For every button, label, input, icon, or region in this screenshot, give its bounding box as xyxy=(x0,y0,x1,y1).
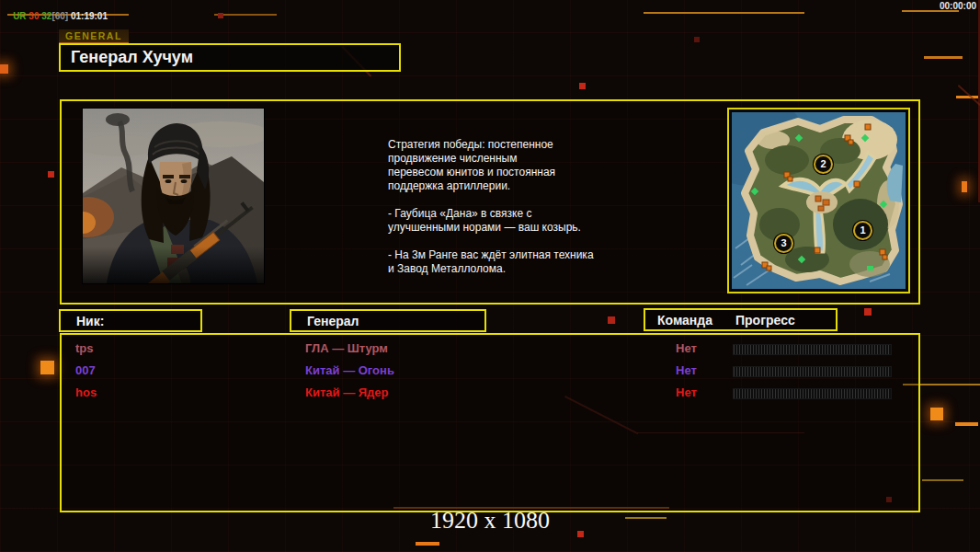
player-team: Нет xyxy=(676,360,697,382)
bg-square xyxy=(0,64,8,74)
progress-bar xyxy=(733,366,892,377)
column-header-general: Генерал xyxy=(290,309,486,332)
perf-segment: [60] xyxy=(51,11,71,21)
player-team: Нет xyxy=(676,382,697,404)
player-name: hos xyxy=(75,382,97,404)
page-title: Генерал Хучум xyxy=(61,48,193,67)
player-general: Китай — Ядер xyxy=(305,382,389,404)
map-art xyxy=(732,112,906,289)
player-list-panel: tps ГЛА — Штурм Нет 007 Китай — Огонь Не… xyxy=(60,333,920,512)
column-header-nick: Ник: xyxy=(59,309,202,332)
general-portrait xyxy=(83,109,264,283)
bg-line xyxy=(924,56,963,59)
team-header-label: Команда xyxy=(645,313,712,328)
bg-square xyxy=(579,83,586,89)
bg-line xyxy=(955,422,978,426)
progress-header-label: Прогресс xyxy=(712,313,795,328)
general-title-box: Генерал Хучум xyxy=(59,43,401,72)
perf-segment: UR xyxy=(13,11,28,21)
bg-square xyxy=(608,316,615,324)
player-row: hos Китай — Ядер Нет xyxy=(62,382,918,404)
perf-segment: 01:19:01 xyxy=(71,11,108,21)
start-position-2: 2 xyxy=(814,155,833,174)
perf-segment: 30 xyxy=(28,11,41,21)
map-image: 1 2 3 xyxy=(732,112,906,289)
bg-square xyxy=(962,181,967,192)
start-position-3: 3 xyxy=(774,234,793,253)
start-position-1: 1 xyxy=(853,221,872,240)
map-preview: 1 2 3 xyxy=(727,108,910,293)
player-team: Нет xyxy=(676,338,697,360)
lobby-screen: UR 30 32[60] 01:19:01 00:00:00 GENERAL Г… xyxy=(0,0,980,552)
bg-square xyxy=(218,13,223,18)
perf-segment: 32 xyxy=(41,11,51,21)
column-header-team-progress: Команда Прогресс xyxy=(644,308,838,331)
portrait-art xyxy=(83,109,264,283)
strategy-paragraph: - На 3м Ранге вас ждёт элитная техника и… xyxy=(388,248,655,276)
tab-general[interactable]: GENERAL xyxy=(59,29,129,44)
bg-square xyxy=(930,408,943,420)
progress-bar xyxy=(733,388,892,399)
progress-bar xyxy=(733,344,892,355)
bg-square xyxy=(864,308,872,316)
player-row: tps ГЛА — Штурм Нет xyxy=(62,338,918,360)
bg-square xyxy=(40,361,54,374)
player-general: Китай — Огонь xyxy=(305,360,394,382)
bg-line xyxy=(416,542,439,546)
player-name: tps xyxy=(75,338,94,360)
strategy-paragraph: Стратегия победы: постепенное продвижени… xyxy=(388,138,655,193)
nick-header-label: Ник: xyxy=(61,314,104,328)
strategy-text: Стратегия победы: постепенное продвижени… xyxy=(388,138,655,290)
performance-overlay: UR 30 32[60] 01:19:01 xyxy=(3,1,108,31)
resolution-label: 1920 x 1080 xyxy=(0,507,980,535)
general-header-label: Генерал xyxy=(291,314,359,328)
bg-square xyxy=(694,37,700,42)
player-name: 007 xyxy=(75,360,96,382)
bg-line xyxy=(922,479,963,481)
strategy-paragraph: - Гаубица «Дана» в связке с улучшенными … xyxy=(388,207,655,235)
bg-square xyxy=(48,171,54,178)
bg-line xyxy=(644,12,804,14)
game-clock: 00:00:00 xyxy=(940,1,976,11)
bg-line xyxy=(214,14,277,16)
player-row: 007 Китай — Огонь Нет xyxy=(62,360,918,382)
player-general: ГЛА — Штурм xyxy=(305,338,388,360)
